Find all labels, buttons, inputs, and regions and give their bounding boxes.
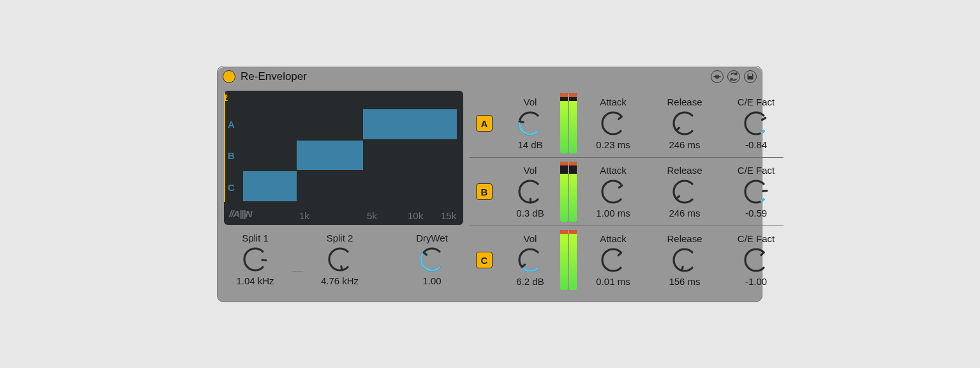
attack-value: 1.00 ms [596, 208, 630, 218]
band-toggle-a[interactable]: A [476, 115, 493, 132]
release-label: Release [667, 233, 702, 244]
split1-value: 1.04 kHz [236, 275, 274, 286]
cefact-label: C/E Fact [738, 233, 775, 244]
attack-knob-a[interactable] [600, 110, 627, 137]
xaxis-tick: 15k [441, 210, 456, 221]
cefact-knob-a[interactable] [743, 110, 769, 137]
collapse-icon[interactable] [711, 70, 724, 83]
split1-knob[interactable] [242, 246, 269, 273]
split2-label: Split 2 [327, 233, 353, 243]
device-window: Re-Enveloper A B C [217, 66, 762, 302]
drywet-value: 1.00 [422, 275, 441, 286]
band-params: Attack 1.00 msRelease 246 msC/E Fact -0.… [586, 165, 783, 218]
spectrum-bars [243, 109, 457, 202]
attack-label: Attack [600, 96, 627, 107]
cefact-knob-c[interactable] [743, 247, 769, 273]
band-toggle-c[interactable]: C [476, 252, 493, 268]
spectrum-bar-a [363, 109, 457, 139]
device-activator[interactable] [223, 70, 235, 83]
release-value: 246 ms [669, 139, 700, 150]
attack-label: Attack [600, 233, 627, 244]
band-row-c: CVol 6.2 dBAttack 0.01 msRelease 156 msC… [470, 226, 783, 294]
svg-rect-3 [748, 74, 752, 76]
drywet-knob[interactable] [419, 246, 445, 273]
cefact-value: -1.00 [745, 276, 767, 287]
release-knob-a[interactable] [671, 110, 698, 137]
left-panel: A B C 1 2 //A [218, 86, 470, 302]
attack-value: 0.01 ms [596, 276, 630, 287]
vol-label: Vol [524, 165, 537, 176]
cefact-knob-b[interactable] [743, 178, 769, 205]
cefact-label: C/E Fact [738, 96, 775, 107]
svg-line-15 [522, 264, 525, 267]
svg-line-7 [519, 121, 523, 122]
xaxis-tick: 1k [299, 210, 309, 221]
svg-line-18 [761, 252, 764, 255]
release-label: Release [667, 165, 702, 176]
split-controls: Split 1 1.04 kHz — Split 2 4.76 kHz [224, 233, 463, 286]
svg-line-5 [341, 266, 341, 270]
xaxis-tick: 5k [367, 210, 377, 221]
spectrum-bar-b [297, 141, 363, 171]
svg-line-12 [619, 185, 622, 187]
bands-panel: AVol 14 dBAttack 0.23 msRelease 246 msC/… [470, 86, 790, 302]
svg-line-9 [676, 128, 679, 130]
save-icon[interactable] [744, 70, 757, 83]
drywet-label: DryWet [416, 233, 448, 243]
svg-line-16 [618, 253, 621, 256]
level-meter-a [560, 93, 577, 153]
level-meter-b [560, 162, 577, 222]
release-label: Release [667, 96, 702, 107]
release-knob-b[interactable] [671, 178, 698, 205]
cefact-label: C/E Fact [738, 165, 775, 176]
band-row-a: AVol 14 dBAttack 0.23 msRelease 246 msC/… [470, 89, 783, 158]
split1-label: Split 1 [242, 233, 269, 243]
vol-value: 14 dB [517, 139, 542, 150]
spectrum-bar-c [243, 171, 297, 201]
svg-line-17 [682, 267, 683, 271]
refresh-icon[interactable] [727, 70, 740, 83]
svg-line-4 [262, 260, 266, 261]
split-marker-2[interactable]: 2 [224, 91, 225, 202]
cefact-value: -0.84 [745, 139, 767, 150]
release-value: 156 ms [669, 276, 700, 287]
band-params: Attack 0.01 msRelease 156 msC/E Fact -1.… [586, 233, 783, 287]
level-meter-c [560, 230, 577, 290]
vol-knob-a[interactable] [517, 110, 544, 137]
attack-value: 0.23 ms [596, 139, 630, 150]
vol-value: 0.3 dB [516, 208, 544, 218]
svg-line-6 [424, 252, 427, 255]
svg-line-13 [676, 196, 679, 199]
band-toggle-b[interactable]: B [476, 183, 493, 200]
split-link-icon[interactable]: — [292, 264, 303, 277]
cefact-value: -0.59 [745, 208, 767, 218]
spectrum-display[interactable]: A B C 1 2 //A [224, 91, 463, 225]
band-row-b: BVol 0.3 dBAttack 1.00 msRelease 246 msC… [470, 158, 783, 226]
attack-knob-b[interactable] [600, 178, 627, 205]
device-title: Re-Enveloper [241, 70, 307, 83]
svg-line-14 [763, 191, 767, 192]
split2-value: 4.76 kHz [321, 275, 359, 286]
spectrum-row-labels: A B C [228, 109, 242, 203]
band-params: Attack 0.23 msRelease 246 msC/E Fact -0.… [586, 96, 783, 150]
spectrum-label-b: B [228, 150, 242, 161]
svg-line-10 [762, 118, 766, 120]
title-bar: Re-Enveloper [218, 66, 762, 86]
xaxis-tick: 10k [408, 210, 423, 221]
attack-knob-c[interactable] [600, 247, 627, 273]
vol-value: 6.2 dB [516, 276, 544, 287]
spectrum-label-c: C [228, 182, 242, 193]
split2-knob[interactable] [327, 246, 353, 273]
vol-label: Vol [524, 96, 537, 107]
spectrum-label-a: A [228, 119, 242, 130]
release-value: 246 ms [669, 208, 700, 218]
attack-label: Attack [600, 165, 627, 176]
vol-knob-b[interactable] [517, 178, 544, 205]
vol-knob-c[interactable] [517, 247, 544, 273]
svg-line-8 [619, 117, 622, 119]
brand-logo: //A|||N [229, 208, 252, 219]
release-knob-c[interactable] [671, 247, 698, 273]
vol-label: Vol [524, 233, 537, 244]
